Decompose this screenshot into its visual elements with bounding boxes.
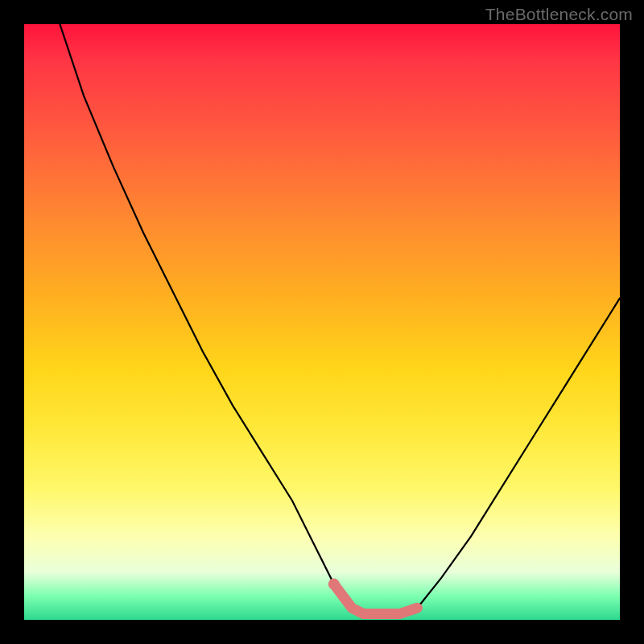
bottleneck-curve-path xyxy=(60,24,620,614)
watermark-text: TheBottleneck.com xyxy=(485,5,633,24)
optimum-band-path xyxy=(334,584,418,614)
optimum-start-dot xyxy=(328,579,340,590)
curve-layer xyxy=(24,24,620,620)
chart-frame: TheBottleneck.com xyxy=(0,0,644,644)
